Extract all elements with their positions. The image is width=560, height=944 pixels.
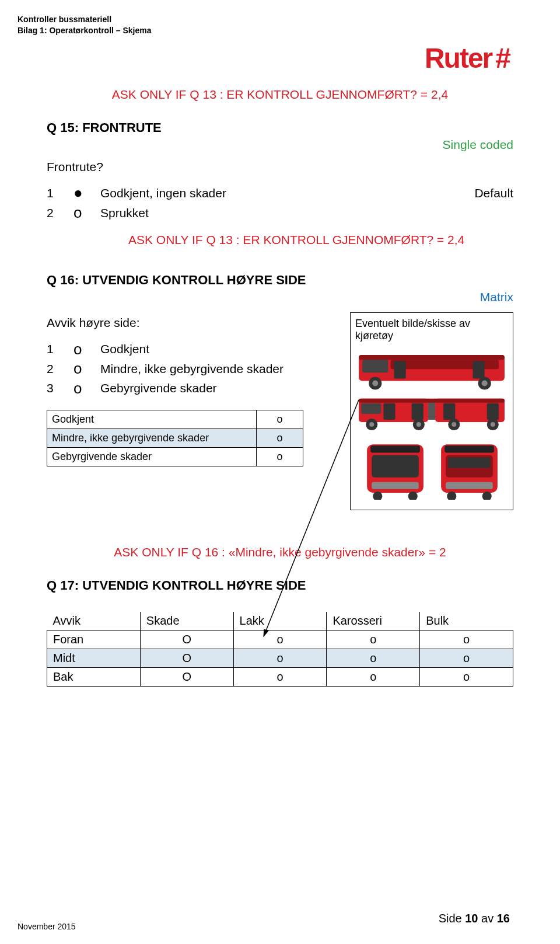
q16-title: Q 16: UTVENDIG KONTROLL HØYRE SIDE — [47, 273, 513, 288]
doc-header-line2: Bilag 1: Operatørkontroll – Skjema — [18, 25, 152, 36]
q15-type: Single coded — [47, 138, 513, 152]
q16-option[interactable]: 3 o Gebyrgivende skader — [47, 378, 338, 398]
q16-subtitle: Avvik høyre side: — [47, 316, 338, 330]
svg-point-22 — [416, 422, 421, 427]
svg-point-38 — [447, 492, 456, 500]
q16-type: Matrix — [47, 290, 513, 304]
col-header: Bulk — [420, 612, 513, 631]
cell-mark[interactable]: O — [140, 668, 233, 687]
vehicle-caption: Eventuelt bilde/skisse av kjøretøy — [355, 318, 508, 342]
svg-point-32 — [408, 492, 418, 500]
table-row: Mindre, ikke gebyrgivende skader o — [47, 429, 303, 447]
row-label: Foran — [47, 631, 141, 649]
table-row: Bak O o o o — [47, 668, 513, 687]
option-mark-icon: o — [74, 382, 100, 395]
cell-mark[interactable]: o — [327, 649, 420, 668]
cell-mark[interactable]: O — [140, 649, 233, 668]
svg-rect-14 — [361, 403, 381, 414]
doc-header: Kontroller bussmateriell Bilag 1: Operat… — [18, 14, 152, 36]
footer-date: November 2015 — [18, 922, 76, 931]
col-header: Karosseri — [327, 612, 420, 631]
q16-option[interactable]: 1 o Godkjent — [47, 339, 338, 359]
q16-matrix-table: Godkjent o Mindre, ikke gebyrgivende ska… — [47, 410, 303, 466]
option-mark-icon: o — [74, 363, 100, 375]
vehicle-sketch-box: Eventuelt bilde/skisse av kjøretøy — [350, 312, 513, 510]
q15-option[interactable]: 1 ● Godkjent, ingen skader Default — [47, 183, 513, 203]
cell-mark[interactable]: o — [233, 649, 327, 668]
cell-mark[interactable]: o — [327, 668, 420, 687]
q17-table: Avvik Skade Lakk Karosseri Bulk Foran O … — [47, 612, 513, 687]
table-row: Foran O o o o — [47, 631, 513, 649]
option-label: Godkjent, ingen skader — [100, 183, 443, 203]
table-header-row: Avvik Skade Lakk Karosseri Bulk — [47, 612, 513, 631]
cell-mark[interactable]: o — [420, 668, 513, 687]
svg-point-24 — [452, 422, 456, 427]
svg-point-7 — [372, 381, 378, 386]
option-mark-icon: o — [74, 343, 100, 356]
svg-rect-15 — [383, 403, 395, 420]
svg-rect-37 — [446, 482, 493, 489]
option-label: Godkjent — [100, 339, 338, 359]
svg-rect-13 — [359, 399, 505, 403]
svg-rect-12 — [428, 401, 435, 420]
matrix-mark[interactable]: o — [257, 447, 303, 466]
cell-mark[interactable]: o — [420, 631, 513, 649]
cell-mark[interactable]: O — [140, 631, 233, 649]
q15-title: Q 15: FRONTRUTE — [47, 120, 513, 135]
cell-mark[interactable]: o — [233, 631, 327, 649]
option-label: Mindre, ikke gebyrgivende skader — [100, 359, 338, 379]
matrix-mark[interactable]: o — [257, 429, 303, 447]
svg-rect-4 — [394, 361, 406, 378]
svg-rect-2 — [362, 360, 388, 372]
matrix-mark[interactable]: o — [257, 410, 303, 429]
svg-point-31 — [373, 492, 382, 500]
svg-rect-28 — [370, 445, 420, 452]
bus-illustration-icon — [355, 347, 508, 500]
svg-rect-30 — [372, 482, 419, 489]
cell-mark[interactable]: o — [233, 668, 327, 687]
option-label: Sprukket — [100, 203, 443, 223]
footer-mid: av — [478, 912, 497, 925]
cell-mark[interactable]: o — [420, 649, 513, 668]
svg-point-9 — [482, 381, 488, 386]
table-row: Godkjent o — [47, 410, 303, 429]
footer-page: Side 10 av 16 — [439, 912, 510, 925]
option-label: Gebyrgivende skader — [100, 378, 338, 398]
q17-title: Q 17: UTVENDIG KONTROLL HØYRE SIDE — [47, 578, 513, 593]
q15-subtitle: Frontrute? — [47, 160, 513, 174]
logo-text: Ruter — [425, 42, 492, 74]
matrix-label: Gebyrgivende skader — [47, 447, 257, 466]
option-number: 1 — [47, 339, 74, 359]
svg-point-20 — [369, 422, 374, 427]
ask-condition-q16: ASK ONLY IF Q 13 : ER KONTROLL GJENNOMFØ… — [128, 233, 513, 247]
option-number: 3 — [47, 378, 74, 398]
matrix-label: Godkjent — [47, 410, 257, 429]
svg-rect-1 — [359, 355, 505, 360]
svg-rect-29 — [372, 455, 419, 478]
option-number: 1 — [47, 183, 74, 203]
option-mark-icon: o — [74, 207, 100, 219]
svg-rect-36 — [448, 458, 491, 468]
q15-option[interactable]: 2 o Sprukket — [47, 203, 513, 223]
option-default-tag: Default — [443, 183, 513, 203]
svg-rect-17 — [443, 403, 455, 420]
option-number: 2 — [47, 203, 74, 223]
svg-rect-34 — [444, 445, 494, 452]
svg-rect-5 — [473, 361, 485, 378]
cell-mark[interactable]: o — [327, 631, 420, 649]
q16-option[interactable]: 2 o Mindre, ikke gebyrgivende skader — [47, 359, 338, 379]
row-label: Bak — [47, 668, 141, 687]
q15-options: 1 ● Godkjent, ingen skader Default 2 o S… — [47, 183, 513, 222]
logo-hash-icon: # — [495, 42, 511, 74]
doc-header-line1: Kontroller bussmateriell — [18, 14, 152, 25]
svg-rect-16 — [412, 403, 424, 420]
row-label: Midt — [47, 649, 141, 668]
footer-total: 16 — [497, 912, 510, 925]
col-header: Avvik — [47, 612, 141, 631]
matrix-label: Mindre, ikke gebyrgivende skader — [47, 429, 257, 447]
col-header: Skade — [140, 612, 233, 631]
footer-prefix: Side — [439, 912, 466, 925]
ruter-logo: Ruter# — [425, 42, 511, 74]
q16-options: 1 o Godkjent 2 o Mindre, ikke gebyrgiven… — [47, 339, 338, 398]
option-number: 2 — [47, 359, 74, 379]
